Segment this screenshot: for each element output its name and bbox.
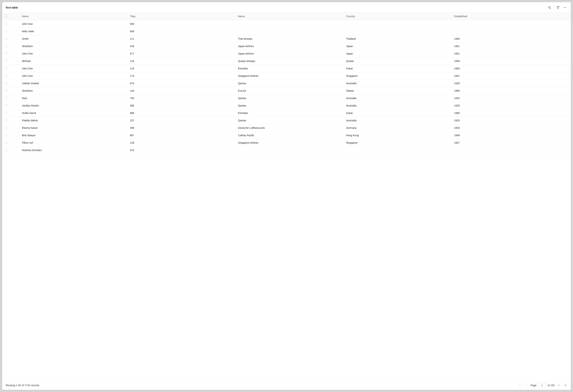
row-checkbox-cell [2,147,19,154]
row-checkbox[interactable] [5,149,7,151]
data-table: Name Trips Name Country Established John… [2,12,571,154]
table-footer: Showing 1-50 of 7724 records Page of 155 [2,381,571,390]
cell-country: Austrailia [343,95,451,102]
prev-page-button[interactable] [524,383,528,388]
cell-trips: 116 [127,65,235,72]
header-checkbox-cell [2,13,19,20]
row-checkbox[interactable] [5,141,7,144]
cell-established [451,28,560,35]
cell-established: 1951 [451,50,560,57]
table-row[interactable]: Electra Kaiser399Deutsche Lufthansa AGGe… [2,124,571,132]
search-button[interactable] [547,5,552,10]
row-checkbox[interactable] [5,104,7,107]
cell-trips: 399 [127,124,235,132]
row-checkbox-cell [2,139,19,147]
cell-pad [560,109,571,117]
cell-name1: Shubham [19,87,127,95]
svg-marker-2 [557,6,559,9]
row-checkbox[interactable] [5,97,7,99]
row-checkbox[interactable] [5,74,7,77]
row-checkbox[interactable] [5,82,7,85]
cell-name2: Qantas [235,102,344,109]
table-row[interactable]: Roberta Domela1513 [2,147,571,154]
cell-established: 1989 [451,87,560,95]
table-row[interactable]: Fifine Lief128Singapore AirlinesSingapor… [2,139,571,147]
cell-country: Austrailia [343,80,451,87]
cell-name1: Shubham [19,43,127,50]
table-row[interactable]: Smith111Thai AirwaysThailand1960 [2,35,571,43]
filter-button[interactable] [555,5,561,10]
header-established[interactable]: Established [451,13,560,20]
table-row[interactable]: John Doe116EmiratesDubai1985 [2,65,571,72]
cell-name2: Qantas [235,95,344,102]
table-row[interactable]: Juliette Goebel673QantasAustrailia1920 [2,80,571,87]
filter-icon [556,6,560,9]
table-row[interactable]: Bria Sawyor867Cathay PacificHong Kong194… [2,132,571,139]
table-row[interactable]: John Doe500 [2,20,571,28]
cell-country: Japan [343,50,451,57]
chevrons-left-icon [519,384,521,387]
cell-pad [560,57,571,65]
table-row[interactable]: Hulda Harrie886EmiratesDubai1985 [2,109,571,117]
svg-line-1 [550,8,551,9]
table-row[interactable]: John Doe677Japan AirlinesJapan1951 [2,50,571,57]
row-checkbox[interactable] [5,111,7,114]
next-page-button[interactable] [557,383,561,388]
table-row[interactable]: Ram782QantasAustrailia1920 [2,95,571,102]
cell-pad [560,124,571,132]
row-checkbox[interactable] [5,52,7,55]
more-button[interactable] [562,5,568,10]
row-checkbox-cell [2,87,19,95]
select-all-checkbox[interactable] [5,15,7,17]
cell-established: 1920 [451,80,560,87]
table-row[interactable]: Shubham144Eva AirTaiwan1989 [2,87,571,95]
row-checkbox[interactable] [5,37,7,40]
cell-name1: John Doe [19,72,127,80]
svg-point-3 [564,7,564,8]
cell-established: 1947 [451,139,560,147]
table-row[interactable]: Michael116Quatar AirwaysQuatar1994 [2,57,571,65]
last-page-button[interactable] [563,383,568,388]
table-row[interactable]: John Doe173Singapore AirlinesSingapore19… [2,72,571,80]
table-row[interactable]: hello mello649 [2,28,571,35]
cell-pad [560,139,571,147]
cell-trips: 111 [127,35,235,43]
table-row[interactable]: Shubham418Japan AirlinesJapan1951 [2,43,571,50]
cell-name2: Japan Airlines [235,50,344,57]
cell-established: 1920 [451,117,560,124]
header-name[interactable]: Name [19,13,127,20]
row-checkbox[interactable] [5,126,7,129]
cell-pad [560,65,571,72]
cell-trips: 649 [127,28,235,35]
cell-name2: Emirates [235,65,344,72]
row-checkbox[interactable] [5,134,7,136]
header-name2[interactable]: Name [235,13,344,20]
cell-trips: 886 [127,109,235,117]
row-checkbox[interactable] [5,89,7,92]
header-trips[interactable]: Trips [127,13,235,20]
page-input[interactable] [538,383,546,388]
svg-point-5 [566,7,566,8]
chevron-right-icon [557,384,560,387]
row-checkbox[interactable] [5,119,7,121]
row-checkbox[interactable] [5,30,7,33]
row-checkbox[interactable] [5,67,7,69]
cell-country: Dubai [343,65,451,72]
cell-name2: Emirates [235,109,344,117]
first-page-button[interactable] [518,383,522,388]
cell-pad [560,95,571,102]
records-status: Showing 1-50 of 7724 records [5,384,39,387]
row-checkbox-cell [2,72,19,80]
row-checkbox-cell [2,28,19,35]
row-checkbox[interactable] [5,22,7,25]
row-checkbox[interactable] [5,45,7,47]
cell-country: Hong Kong [343,132,451,139]
row-checkbox-cell [2,124,19,132]
cell-name1: Bria Sawyor [19,132,127,139]
header-country[interactable]: Country [343,13,451,20]
table-row[interactable]: Fidelity Melvin237QantasAustrailia1920 [2,117,571,124]
cell-pad [560,28,571,35]
header-row: Name Trips Name Country Established [2,13,571,20]
row-checkbox[interactable] [5,59,7,62]
table-row[interactable]: Jacklyn Rankin366QantasAustrailia1920 [2,102,571,109]
